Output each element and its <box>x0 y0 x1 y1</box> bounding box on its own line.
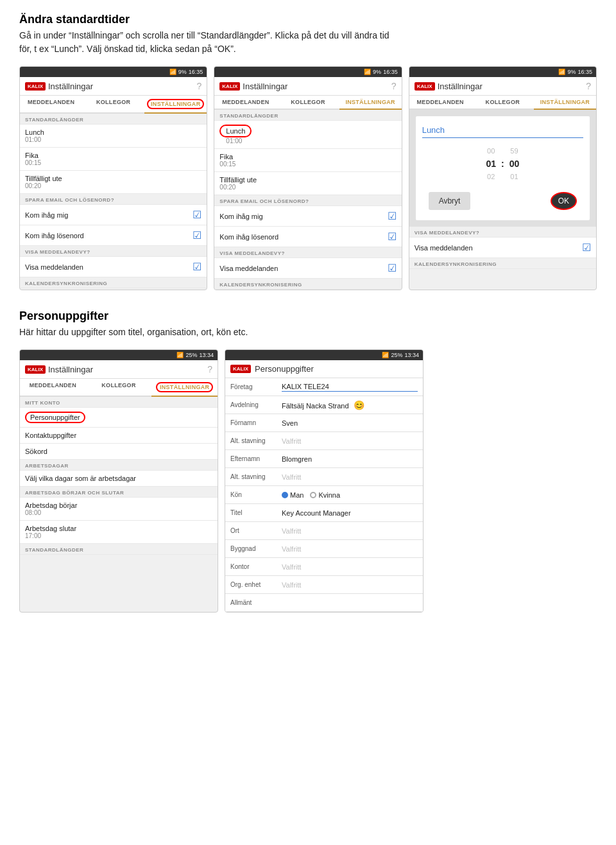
status-bar-1: 📶 9% 16:35 <box>20 67 207 77</box>
hours-col: 00 01 02 <box>486 147 496 180</box>
tab-meddelanden-1[interactable]: MEDDELANDEN <box>20 96 82 114</box>
sokord-item[interactable]: Sökord <box>20 444 218 460</box>
checkbox-2a[interactable]: ☑ <box>388 210 397 222</box>
visa-meddelanden-3[interactable]: Visa meddelanden ☑ <box>409 238 596 258</box>
time-picker-cols: 00 01 02 : 59 00 01 <box>422 143 583 184</box>
app-logo-1: KALIX Inställningar <box>25 82 93 91</box>
personuppgifter-item[interactable]: Personuppgifter <box>20 408 218 428</box>
logo-box-2: KALIX <box>219 82 240 91</box>
checkbox-3a[interactable]: ☑ <box>582 241 591 254</box>
phone-2: 📶 9% 16:35 KALIX Inställningar ? MEDDELA… <box>214 66 402 290</box>
field-org-enhet: Org. enhet Valfritt <box>225 576 423 594</box>
phone-5: 📶 25% 13:34 KALIX Personuppgifter Företa… <box>225 349 424 613</box>
spara-label-1: SPARA EMAIL OCH LÖSENORD? <box>20 194 207 205</box>
kom-ihag-losenord-2[interactable]: Kom ihåg lösenord ☑ <box>214 227 401 247</box>
app-header-1: KALIX Inställningar ? <box>20 77 207 96</box>
tab-bar-4: MEDDELANDEN KOLLEGOR INSTÄLLNINGAR <box>20 379 218 397</box>
visa-label-2: VISA MEDDELANDEVY? <box>214 247 401 258</box>
form-title-5: Personuppgifter <box>255 364 314 374</box>
phone-4: 📶 25% 13:34 KALIX Inställningar ? MEDDEL… <box>19 349 218 613</box>
phones-row-1: 📶 9% 16:35 KALIX Inställningar ? MEDDELA… <box>19 66 597 290</box>
list-item-fika-1[interactable]: Fika 00:15 <box>20 148 207 171</box>
field-kontor: Kontor Valfritt <box>225 558 423 576</box>
signal-5: 📶 <box>382 352 389 358</box>
checkbox-2b[interactable]: ☑ <box>388 231 397 243</box>
tab-installningar-2[interactable]: INSTÄLLNINGAR <box>339 96 402 110</box>
min-selected: 00 <box>509 159 520 169</box>
section2-block: Personuppgifter Här hittar du uppgifter … <box>19 309 597 339</box>
kom-ihag-losenord-1[interactable]: Kom ihåg lösenord ☑ <box>20 225 207 246</box>
phones-row-2: 📶 25% 13:34 KALIX Inställningar ? MEDDEL… <box>19 349 597 613</box>
help-icon-4[interactable]: ? <box>207 364 212 374</box>
tab-bar-1: MEDDELANDEN KOLLEGOR INSTÄLLNINGAR <box>20 96 207 114</box>
tab-kollegor-1[interactable]: KOLLEGOR <box>82 96 144 114</box>
list-item-fika-2[interactable]: Fika 00:15 <box>214 149 401 172</box>
tab-meddelanden-2[interactable]: MEDDELANDEN <box>214 96 277 110</box>
app-title-2: Inställningar <box>243 82 287 91</box>
avbryt-button[interactable]: Avbryt <box>429 192 471 210</box>
status-bar-4: 📶 25% 13:34 <box>20 350 218 360</box>
checkbox-1b[interactable]: ☑ <box>193 229 201 241</box>
tab-installningar-4[interactable]: INSTÄLLNINGAR <box>151 379 218 397</box>
installningar-circled-4: INSTÄLLNINGAR <box>156 382 213 392</box>
tab-installningar-1[interactable]: INSTÄLLNINGAR <box>144 96 207 114</box>
app-logo-4: KALIX Inställningar <box>25 365 93 374</box>
app-title-4: Inställningar <box>48 365 93 374</box>
tab-kollegor-3[interactable]: KOLLEGOR <box>472 96 534 110</box>
kontaktuppgifter-item[interactable]: Kontaktuppgifter <box>20 428 218 444</box>
app-logo-3: KALIX Inställningar <box>415 82 483 91</box>
time-4: 13:34 <box>199 352 214 358</box>
help-icon-3[interactable]: ? <box>586 81 591 91</box>
list-item-lunch-2[interactable]: Lunch 01:00 <box>214 121 401 149</box>
field-alt-stavning-2: Alt. stavning Valfritt <box>225 468 423 486</box>
time-picker-area: Lunch 00 01 02 : 59 00 01 Avbryt <box>416 116 590 220</box>
radio-kvinna[interactable]: Kvinna <box>310 491 340 499</box>
personuppgifter-highlight: Personuppgifter <box>25 412 85 423</box>
hour-selected: 01 <box>486 159 496 169</box>
signal-1: 📶 <box>169 69 176 75</box>
picker-buttons: Avbryt OK <box>422 188 583 214</box>
section2-desc: Här hittar du uppgifter som titel, organ… <box>19 326 597 339</box>
radio-empty-kvinna <box>310 492 316 498</box>
tab-kollegor-2[interactable]: KOLLEGOR <box>277 96 339 110</box>
field-titel: Titel Key Account Manager <box>225 504 423 522</box>
visa-meddelanden-2[interactable]: Visa meddelanden ☑ <box>214 258 401 279</box>
kal-label-3: KALENDERSYNKRONISERING <box>409 258 596 269</box>
tab-installningar-3[interactable]: INSTÄLLNINGAR <box>534 96 596 110</box>
checkbox-2c[interactable]: ☑ <box>388 262 397 274</box>
field-foretag: Företag KALIX TELE24 <box>225 378 423 396</box>
arb-borjar-item[interactable]: Arbetsdag börjar 08:00 <box>20 498 218 521</box>
help-icon-2[interactable]: ? <box>391 81 397 91</box>
list-item-tillfallet-1[interactable]: Tillfälligt ute 00:20 <box>20 171 207 194</box>
min-next: 01 <box>510 173 518 180</box>
field-ort: Ort Valfritt <box>225 522 423 540</box>
battery-5: 25% <box>391 352 402 358</box>
battery-1: 9% <box>178 69 187 75</box>
field-avdelning: Avdelning Fältsälj Nacka Strand 😊 <box>225 396 423 414</box>
arb-slutar-item[interactable]: Arbetsdag slutar 17:00 <box>20 521 218 544</box>
radio-man[interactable]: Man <box>282 491 304 499</box>
arbetsdagar-label: ARBETSDAGAR <box>20 460 218 471</box>
min-prev: 59 <box>510 147 518 155</box>
kom-ihag-mig-2[interactable]: Kom ihåg mig ☑ <box>214 206 401 227</box>
app-header-2: KALIX Inställningar ? <box>214 77 401 96</box>
std-label-4: STANDARDLÄNGDER <box>20 544 218 555</box>
list-item-lunch-1[interactable]: Lunch 01:00 <box>20 125 207 148</box>
logo-box-4: KALIX <box>25 365 46 374</box>
app-logo-2: KALIX Inställningar <box>219 82 287 91</box>
valj-dagar-item[interactable]: Välj vilka dagar som är arbetsdagar <box>20 471 218 487</box>
list-item-tillfallet-2[interactable]: Tillfälligt ute 00:20 <box>214 172 401 195</box>
phone-1: 📶 9% 16:35 KALIX Inställningar ? MEDDELA… <box>19 66 207 290</box>
mitt-konto-label: MITT KONTO <box>20 397 218 408</box>
hour-next: 02 <box>487 173 495 180</box>
checkbox-1c[interactable]: ☑ <box>193 261 201 273</box>
kal-label-2: KALENDERSYNKRONISERING <box>214 279 401 290</box>
kom-ihag-mig-1[interactable]: Kom ihåg mig ☑ <box>20 205 207 225</box>
tab-meddelanden-3[interactable]: MEDDELANDEN <box>409 96 472 110</box>
tab-meddelanden-4[interactable]: MEDDELANDEN <box>20 379 86 397</box>
help-icon-1[interactable]: ? <box>197 81 202 91</box>
checkbox-1a[interactable]: ☑ <box>193 209 201 221</box>
tab-kollegor-4[interactable]: KOLLEGOR <box>86 379 152 397</box>
ok-button[interactable]: OK <box>551 192 577 210</box>
visa-meddelanden-1[interactable]: Visa meddelanden ☑ <box>20 257 207 277</box>
